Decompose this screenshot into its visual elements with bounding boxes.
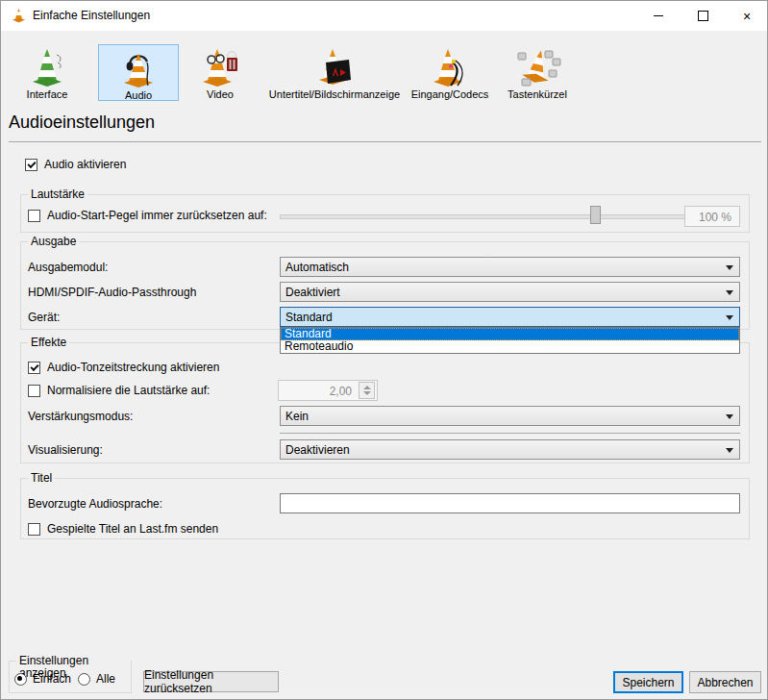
normalize-checkbox[interactable] xyxy=(28,385,40,397)
normalize-value: 2,00 xyxy=(330,385,352,398)
volume-reset-label: Audio-Start-Pegel immer zurücksetzen auf… xyxy=(47,209,267,222)
simple-radio-label: Einfach xyxy=(33,672,71,686)
audio-language-input[interactable] xyxy=(280,493,740,513)
passthrough-value: Deaktiviert xyxy=(285,286,340,299)
maximize-button[interactable] xyxy=(681,1,725,31)
subtitles-cone-icon xyxy=(267,44,402,88)
volume-reset-row: Audio-Start-Pegel immer zurücksetzen auf… xyxy=(28,209,267,222)
output-module-combo[interactable]: Automatisch xyxy=(280,257,740,277)
passthrough-combo[interactable]: Deaktiviert xyxy=(280,282,740,302)
device-value: Standard xyxy=(285,311,333,324)
visualization-combo[interactable]: Deaktivieren xyxy=(280,439,740,460)
volume-group-title: Lautstärke xyxy=(28,188,87,201)
chevron-down-icon xyxy=(726,414,733,419)
device-combo[interactable]: Standard xyxy=(280,307,740,327)
effects-divider xyxy=(280,433,740,434)
output-module-value: Automatisch xyxy=(285,261,349,274)
timestretch-checkbox[interactable] xyxy=(28,362,40,374)
spin-down-icon xyxy=(363,391,371,395)
audio-cone-icon xyxy=(99,45,178,89)
device-dropdown-list: Standard Remoteaudio xyxy=(280,327,740,354)
effects-group-title: Effekte xyxy=(28,337,69,349)
cancel-button[interactable]: Abbrechen xyxy=(689,671,761,693)
output-module-label: Ausgabemodul: xyxy=(28,261,108,274)
enable-audio-checkbox[interactable] xyxy=(25,159,37,171)
radio-simple-row: Einfach xyxy=(14,672,71,686)
normalize-label: Normalisiere die Lautstärke auf: xyxy=(47,384,210,397)
timestretch-row: Audio-Tonzeitstreckung aktivieren xyxy=(28,361,219,374)
toolbar-label-input-codecs: Eingang/Codecs xyxy=(402,88,498,100)
toolbar-label-audio: Audio xyxy=(99,89,178,101)
hotkeys-cone-icon xyxy=(494,44,581,88)
vlc-cone-icon xyxy=(11,8,27,24)
page-title: Audioeinstellungen xyxy=(9,112,155,133)
window-title: Einfache Einstellungen xyxy=(33,9,150,22)
heading-divider xyxy=(9,141,761,142)
spinner-buttons xyxy=(359,382,375,399)
device-option-remoteaudio[interactable]: Remoteaudio xyxy=(281,340,739,353)
reset-settings-button[interactable]: Einstellungen zurücksetzen xyxy=(143,671,279,692)
toolbar-item-input-codecs[interactable]: Eingang/Codecs xyxy=(402,44,498,101)
toolbar-label-video: Video xyxy=(184,88,257,100)
simple-radio[interactable] xyxy=(14,673,27,686)
spin-up-icon xyxy=(363,386,371,389)
normalize-spinbox: 2,00 xyxy=(278,380,378,401)
volume-reset-checkbox[interactable] xyxy=(28,210,40,222)
title-bar: Einfache Einstellungen × xyxy=(1,1,767,31)
enable-audio-label: Audio aktivieren xyxy=(44,158,126,171)
tracks-group-title: Titel xyxy=(28,472,55,485)
minimize-icon xyxy=(654,15,663,16)
lastfm-label: Gespielte Titel an Last.fm senden xyxy=(47,522,218,536)
audio-language-label: Bevorzugte Audiosprache: xyxy=(28,497,162,511)
all-radio[interactable] xyxy=(78,673,90,686)
gain-mode-label: Verstärkungsmodus: xyxy=(28,410,133,423)
toolbar-label-subtitles-osd: Untertitel/Bildschirmanzeige xyxy=(267,88,402,100)
timestretch-label: Audio-Tonzeitstreckung aktivieren xyxy=(47,361,219,374)
close-icon: × xyxy=(743,10,751,23)
volume-value-field: 100 % xyxy=(684,206,740,227)
gain-mode-value: Kein xyxy=(285,410,309,423)
video-cone-icon xyxy=(184,44,257,88)
all-radio-label: Alle xyxy=(96,672,115,686)
enable-audio-row: Audio aktivieren xyxy=(25,158,126,171)
output-group-title: Ausgabe xyxy=(28,236,79,248)
gain-mode-combo[interactable]: Kein xyxy=(280,406,740,426)
toolbar-item-video[interactable]: Video xyxy=(184,44,257,101)
toolbar-item-audio[interactable]: Audio xyxy=(98,44,179,101)
chevron-down-icon xyxy=(726,290,733,295)
passthrough-label: HDMI/SPDIF-Audio-Passthrough xyxy=(28,286,196,299)
toolbar-label-hotkeys: Tastenkürzel xyxy=(494,88,581,100)
close-button[interactable]: × xyxy=(725,1,768,31)
input-codecs-cone-icon xyxy=(402,44,498,88)
volume-slider-handle[interactable] xyxy=(590,206,601,224)
lastfm-row: Gespielte Titel an Last.fm senden xyxy=(28,522,218,536)
visualization-label: Visualisierung: xyxy=(28,443,103,457)
chevron-down-icon xyxy=(726,448,733,453)
toolbar-item-interface[interactable]: Interface xyxy=(11,44,84,101)
toolbar-item-subtitles-osd[interactable]: Untertitel/Bildschirmanzeige xyxy=(267,44,402,101)
visualization-value: Deaktivieren xyxy=(285,443,350,457)
toolbar-item-hotkeys[interactable]: Tastenkürzel xyxy=(494,44,581,101)
normalize-row: Normalisiere die Lautstärke auf: xyxy=(28,384,210,397)
lastfm-checkbox[interactable] xyxy=(28,523,40,536)
maximize-icon xyxy=(698,11,708,21)
chevron-down-icon xyxy=(726,265,733,270)
chevron-down-icon xyxy=(726,315,733,320)
volume-slider-track[interactable] xyxy=(280,214,685,219)
save-button[interactable]: Speichern xyxy=(613,671,683,693)
radio-all-row: Alle xyxy=(78,672,115,686)
device-label: Gerät: xyxy=(28,311,60,324)
toolbar-label-interface: Interface xyxy=(11,88,84,100)
interface-cone-icon xyxy=(11,44,84,88)
preferences-dialog: Einfache Einstellungen × Interface xyxy=(0,0,768,700)
minimize-button[interactable] xyxy=(636,1,681,31)
